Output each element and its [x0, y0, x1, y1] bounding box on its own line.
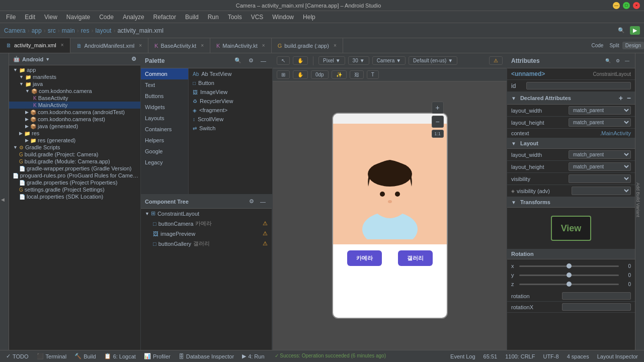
tree-item-package[interactable]: ▼ 📦 com.kodonho.camera [9, 87, 140, 95]
tree-item-gradle-props[interactable]: 📄 gradle.properties (Project Properties) [9, 179, 140, 186]
zoom-out-btn[interactable]: − [432, 116, 444, 128]
breadcrumb-app[interactable]: app [32, 27, 42, 34]
status-encoding[interactable]: UTF-8 [541, 353, 560, 359]
palette-search-btn[interactable]: 🔍 [232, 57, 244, 64]
tree-item-proguard[interactable]: 📄 proguard-rules.pro (ProGuard Rules for… [9, 172, 140, 179]
comp-item-button-gallery[interactable]: □ buttonGallery 갤러리 ⚠ [141, 238, 272, 249]
comp-item-constraintlayout[interactable]: ▼ ⊞ ConstraintLayout [141, 209, 272, 218]
tree-item-test[interactable]: ▶ 📦 com.kodonho.camera (test) [9, 116, 140, 123]
tree-item-manifests[interactable]: ▼ 📁 manifests [9, 73, 140, 80]
zoom-in-btn[interactable]: + [432, 102, 444, 114]
comp-item-imagepreview[interactable]: 🖼 imagePreview ⚠ [141, 229, 272, 238]
tree-item-androidtest[interactable]: ▶ 📦 com.kodonho.camera (androidTest) [9, 109, 140, 116]
attr-vis-dropdown[interactable]: visible invisible gone [569, 174, 631, 183]
breadcrumb-layout[interactable]: layout [95, 27, 111, 34]
code-view-btn[interactable]: Code [589, 42, 607, 49]
pan-btn[interactable]: ✋ [293, 70, 308, 79]
rotation-z-slider[interactable] [519, 284, 619, 285]
tab-baseactivity[interactable]: K BaseActivity.kt × [148, 38, 210, 53]
split-view-btn[interactable]: Split [606, 42, 622, 49]
menu-run[interactable]: Run [204, 13, 223, 22]
tab-buildgradle[interactable]: G build.gradle (:app) × [272, 38, 343, 53]
menu-edit[interactable]: Edit [21, 13, 39, 22]
device-selector-btn[interactable]: Pixel ▼ [318, 56, 345, 65]
tree-item-baseactivity[interactable]: K BaseActivity [9, 95, 140, 102]
palette-settings-btn[interactable]: ⚙ [247, 57, 256, 64]
tree-item-build-project[interactable]: G build.gradle (Project: Camera) [9, 151, 140, 158]
camera-button[interactable]: 카메라 [347, 250, 382, 266]
menu-refactor[interactable]: Refactor [149, 13, 180, 22]
palette-cat-legacy[interactable]: Legacy [141, 157, 188, 168]
magic-wand-btn[interactable]: ✨ [332, 70, 347, 79]
tree-item-local-props[interactable]: 📄 local.properties (SDK Location) [9, 193, 140, 200]
menu-file[interactable]: File [2, 13, 20, 22]
tab-mainactivity-close[interactable]: × [262, 43, 265, 48]
tab-baseactivity-close[interactable]: × [201, 43, 204, 48]
maximize-button[interactable]: □ [623, 2, 630, 9]
attr-panel-scroll[interactable]: <unnamed> ConstraintLayout id ▼ Declared… [507, 68, 635, 350]
palette-item-scrollview[interactable]: ↕ ScrollView [190, 115, 271, 124]
breadcrumb-file[interactable]: activity_main.xml [117, 27, 163, 34]
transforms-section[interactable]: ▼ Transforms [507, 197, 635, 208]
menu-analyze[interactable]: Analyze [119, 13, 148, 22]
attr-id-input[interactable] [526, 82, 631, 89]
palette-item-recyclerview[interactable]: ♻ RecyclerView [190, 97, 271, 106]
add-attr-icon[interactable]: + [619, 94, 623, 102]
component-tree-settings-btn[interactable]: ⚙ [247, 198, 256, 205]
comp-item-button-camera[interactable]: □ buttonCamera 카메라 ⚠ [141, 218, 272, 229]
status-tab-terminal[interactable]: ⬛ Terminal [35, 353, 69, 359]
breadcrumb-camera[interactable]: Camera [4, 27, 26, 34]
status-tab-run[interactable]: ▶ 4: Run [240, 353, 266, 359]
layout-section[interactable]: ▼ Layout [507, 138, 635, 149]
rotation-section-title[interactable]: Rotation [507, 249, 635, 259]
project-settings-icon[interactable]: ⚙ [131, 56, 136, 62]
design-view-btn[interactable]: Design [622, 42, 644, 49]
close-button[interactable]: × [633, 2, 640, 9]
zoom-input-btn[interactable]: 0dp [311, 70, 329, 79]
palette-cat-containers[interactable]: Containers [141, 124, 188, 135]
tree-item-gradle-scripts[interactable]: ▼ ⚙ Gradle Scripts [9, 144, 140, 151]
status-position[interactable]: 65:51 [481, 353, 500, 359]
status-event-log[interactable]: Event Log [448, 353, 477, 359]
run-btn[interactable]: ▶ [630, 26, 640, 35]
search-btn[interactable]: 🔍 [615, 26, 628, 35]
select-tool-btn[interactable]: ↖ [277, 56, 290, 65]
palette-item-fragment[interactable]: ◈ <fragment> [190, 106, 271, 115]
menu-vcs[interactable]: VCS [247, 13, 268, 22]
api-selector-btn[interactable]: 30 ▼ [348, 56, 369, 65]
gallery-button[interactable]: 갤러리 [398, 250, 433, 266]
palette-cat-common[interactable]: Common [141, 68, 188, 79]
theme-selector-btn[interactable]: Default (en-us) ▼ [409, 56, 457, 65]
rotation-y-slider[interactable] [519, 275, 619, 276]
status-tab-todo[interactable]: ✓ TODO [4, 353, 31, 359]
palette-cat-text[interactable]: Text [141, 79, 188, 90]
attr-settings-btn[interactable]: ⚙ [614, 58, 621, 64]
status-layout-inspector[interactable]: Layout Inspector [595, 353, 640, 359]
project-dropdown-icon[interactable]: ▼ [45, 57, 50, 62]
locale-selector-btn[interactable]: Camera ▼ [372, 56, 406, 65]
menu-view[interactable]: View [40, 13, 61, 22]
attr-lh-dropdown[interactable]: match_parent wrap_content [569, 118, 631, 127]
tab-androidmanifest[interactable]: 🗎 AndroidManifest.xml × [70, 38, 149, 53]
menu-build[interactable]: Build [181, 13, 203, 22]
palette-item-button[interactable]: □ Button [190, 78, 271, 87]
project-tree[interactable]: ▼ 📁 app ▼ 📁 manifests ▼ 📁 java ▼ 📦 com. [9, 65, 140, 350]
status-indent[interactable]: 4 spaces [565, 353, 591, 359]
remove-attr-icon[interactable]: − [627, 94, 631, 102]
tree-item-build-app[interactable]: G build.gradle (Module: Camera.app) [9, 158, 140, 165]
status-tab-logcat[interactable]: 📋 6: Logcat [102, 353, 138, 359]
palette-cat-google[interactable]: Google [141, 146, 188, 157]
status-crlf[interactable]: 1100: CRLF [503, 353, 537, 359]
attr-lw2-dropdown[interactable]: match_parent wrap_content [569, 150, 631, 159]
menu-navigate[interactable]: Navigate [62, 13, 94, 22]
tree-item-res-gen[interactable]: ▶ 📁 res (generated) [9, 137, 140, 144]
menu-window[interactable]: Window [268, 13, 298, 22]
breadcrumb-src[interactable]: src [48, 27, 56, 34]
attr-lh2-dropdown[interactable]: match_parent wrap_content [569, 162, 631, 171]
tree-item-res[interactable]: ▶ 📁 res [9, 130, 140, 137]
tree-item-java-gen[interactable]: ▶ 📦 java (generated) [9, 123, 140, 130]
layout-tool-btn[interactable]: ⊞ [277, 70, 290, 79]
palette-item-switch[interactable]: ⇄ Switch [190, 124, 271, 133]
pan-tool-btn[interactable]: ✋ [293, 56, 308, 65]
palette-minimize-btn[interactable]: — [259, 57, 268, 64]
